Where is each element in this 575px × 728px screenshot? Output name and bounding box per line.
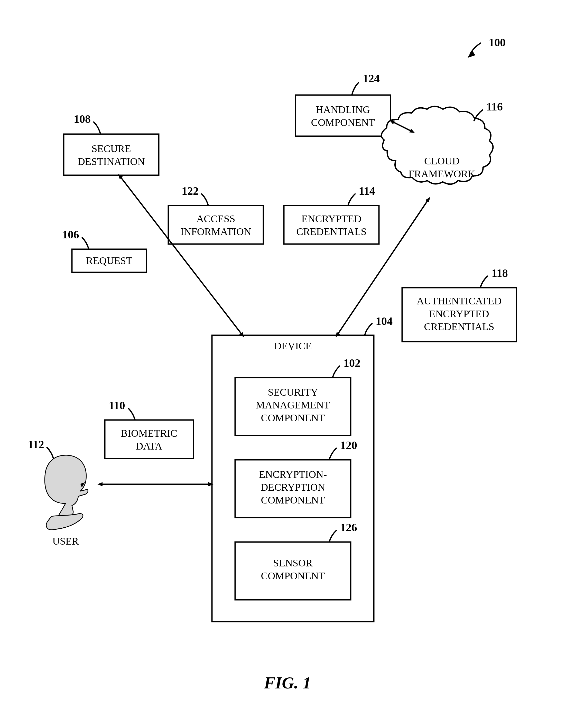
secure-destination-ref: 108 <box>74 113 91 125</box>
access-information-ref: 122 <box>182 185 199 197</box>
svg-text:DATA: DATA <box>136 440 162 452</box>
security-mgmt-ref: 102 <box>343 357 361 370</box>
handling-component-box: HANDLING COMPONENT 124 <box>296 72 391 136</box>
svg-rect-8 <box>168 206 263 244</box>
svg-text:DEVICE: DEVICE <box>274 340 312 352</box>
svg-text:FRAMEWORK: FRAMEWORK <box>408 168 475 179</box>
biometric-data-box: BIOMETRIC DATA 110 <box>105 399 194 458</box>
svg-text:ENCRYPTED: ENCRYPTED <box>429 308 489 319</box>
svg-text:CREDENTIALS: CREDENTIALS <box>424 321 494 333</box>
user-ref: 112 <box>28 438 44 451</box>
request-ref: 106 <box>62 229 79 241</box>
svg-rect-11 <box>284 206 379 244</box>
svg-text:INFORMATION: INFORMATION <box>180 226 251 237</box>
svg-text:SECURE: SECURE <box>92 143 131 154</box>
secure-destination-box: SECURE DESTINATION 108 <box>64 113 159 175</box>
figure-caption: FIG. 1 <box>264 673 311 692</box>
auth-enc-cred-ref: 118 <box>492 267 508 279</box>
diagram-ref-number: 100 <box>489 36 506 49</box>
svg-text:MANAGEMENT: MANAGEMENT <box>256 399 330 411</box>
svg-text:COMPONENT: COMPONENT <box>261 494 325 506</box>
svg-text:COMPONENT: COMPONENT <box>311 117 375 128</box>
request-box: REQUEST 106 <box>62 229 146 272</box>
handling-component-ref: 124 <box>363 72 380 85</box>
diagram-ref: 100 <box>468 36 506 58</box>
user-icon: USER 112 <box>28 438 88 547</box>
svg-text:DECRYPTION: DECRYPTION <box>261 481 325 493</box>
biometric-ref: 110 <box>109 399 125 412</box>
svg-text:COMPONENT: COMPONENT <box>261 570 325 582</box>
encrypted-credentials-box: ENCRYPTED CREDENTIALS 114 <box>284 185 379 244</box>
svg-text:REQUEST: REQUEST <box>86 255 132 266</box>
cloud-ref: 116 <box>486 100 503 113</box>
cloud-framework: CLOUD FRAMEWORK 116 <box>381 100 503 184</box>
sensor-ref: 126 <box>340 521 357 534</box>
authenticated-encrypted-credentials-box: AUTHENTICATED ENCRYPTED CREDENTIALS 118 <box>402 267 516 342</box>
svg-text:COMPONENT: COMPONENT <box>261 412 325 424</box>
enc-dec-ref: 120 <box>340 439 357 452</box>
svg-text:ENCRYPTION-: ENCRYPTION- <box>259 469 327 480</box>
encrypted-credentials-ref: 114 <box>359 185 375 197</box>
svg-rect-33 <box>105 420 194 458</box>
svg-rect-0 <box>296 95 391 136</box>
svg-text:CLOUD: CLOUD <box>424 155 460 167</box>
svg-text:CREDENTIALS: CREDENTIALS <box>296 226 366 237</box>
svg-text:AUTHENTICATED: AUTHENTICATED <box>416 295 502 307</box>
svg-rect-5 <box>64 134 159 175</box>
svg-text:SECURITY: SECURITY <box>268 386 318 398</box>
svg-text:ENCRYPTED: ENCRYPTED <box>301 213 361 224</box>
user-label: USER <box>53 535 79 547</box>
svg-text:SENSOR: SENSOR <box>273 557 313 569</box>
svg-text:ACCESS: ACCESS <box>196 213 235 224</box>
svg-text:BIOMETRIC: BIOMETRIC <box>121 427 177 439</box>
access-information-box: ACCESS INFORMATION 122 <box>168 185 263 244</box>
device-ref: 104 <box>376 315 393 327</box>
svg-text:DESTINATION: DESTINATION <box>77 156 145 167</box>
svg-text:HANDLING: HANDLING <box>316 104 370 115</box>
